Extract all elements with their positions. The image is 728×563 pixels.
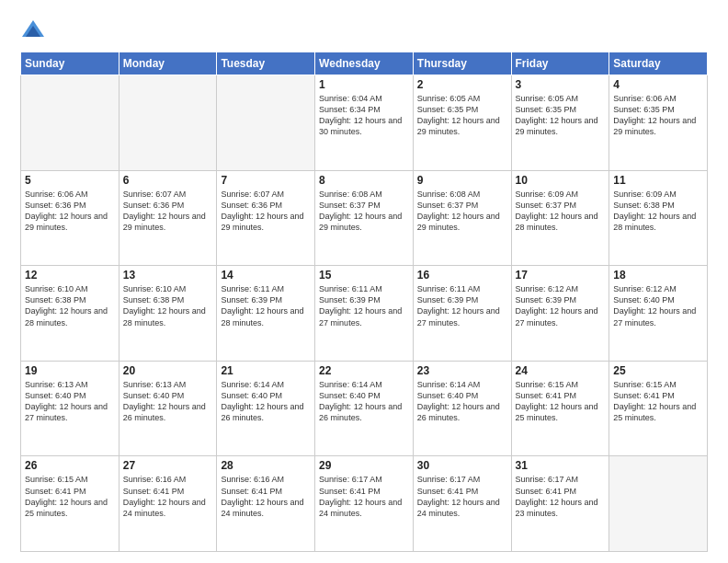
day-cell: 9Sunrise: 6:08 AMSunset: 6:37 PMDaylight… [413, 170, 511, 266]
day-info: Sunrise: 6:11 AMSunset: 6:39 PMDaylight:… [221, 283, 311, 328]
day-cell: 31Sunrise: 6:17 AMSunset: 6:41 PMDayligh… [511, 456, 609, 552]
day-cell: 16Sunrise: 6:11 AMSunset: 6:39 PMDayligh… [413, 266, 511, 362]
day-number: 25 [613, 364, 703, 377]
week-row-2: 12Sunrise: 6:10 AMSunset: 6:38 PMDayligh… [21, 266, 708, 362]
day-info: Sunrise: 6:16 AMSunset: 6:41 PMDaylight:… [123, 474, 213, 519]
day-cell: 23Sunrise: 6:14 AMSunset: 6:40 PMDayligh… [413, 361, 511, 456]
week-row-0: 1Sunrise: 6:04 AMSunset: 6:34 PMDaylight… [21, 75, 708, 171]
logo [20, 17, 50, 42]
day-number: 14 [221, 269, 311, 282]
day-info: Sunrise: 6:08 AMSunset: 6:37 PMDaylight:… [319, 189, 409, 234]
day-number: 23 [417, 364, 507, 377]
weekday-row: SundayMondayTuesdayWednesdayThursdayFrid… [21, 52, 708, 75]
day-info: Sunrise: 6:07 AMSunset: 6:36 PMDaylight:… [221, 189, 311, 234]
day-info: Sunrise: 6:04 AMSunset: 6:34 PMDaylight:… [319, 93, 409, 138]
day-number: 21 [221, 364, 311, 377]
day-cell: 12Sunrise: 6:10 AMSunset: 6:38 PMDayligh… [21, 266, 119, 362]
day-cell: 30Sunrise: 6:17 AMSunset: 6:41 PMDayligh… [413, 456, 511, 552]
day-cell: 2Sunrise: 6:05 AMSunset: 6:35 PMDaylight… [413, 75, 511, 171]
weekday-header-tuesday: Tuesday [217, 52, 315, 75]
day-number: 3 [516, 78, 606, 91]
day-number: 27 [123, 459, 213, 472]
weekday-header-monday: Monday [119, 52, 217, 75]
day-number: 6 [123, 174, 213, 187]
day-cell: 20Sunrise: 6:13 AMSunset: 6:40 PMDayligh… [119, 361, 217, 456]
day-number: 18 [613, 269, 703, 282]
day-number: 15 [319, 269, 409, 282]
day-number: 16 [417, 269, 507, 282]
calendar-header: SundayMondayTuesdayWednesdayThursdayFrid… [21, 52, 708, 75]
weekday-header-friday: Friday [511, 52, 609, 75]
day-cell [217, 75, 315, 171]
day-info: Sunrise: 6:10 AMSunset: 6:38 PMDaylight:… [123, 283, 213, 328]
day-cell: 1Sunrise: 6:04 AMSunset: 6:34 PMDaylight… [315, 75, 414, 171]
day-info: Sunrise: 6:16 AMSunset: 6:41 PMDaylight:… [221, 474, 311, 519]
page: SundayMondayTuesdayWednesdayThursdayFrid… [0, 0, 728, 563]
day-number: 7 [221, 174, 311, 187]
day-number: 1 [319, 78, 409, 91]
day-cell: 25Sunrise: 6:15 AMSunset: 6:41 PMDayligh… [609, 361, 708, 456]
day-number: 31 [516, 459, 606, 472]
day-number: 8 [319, 174, 409, 187]
day-info: Sunrise: 6:17 AMSunset: 6:41 PMDaylight:… [417, 474, 507, 519]
day-info: Sunrise: 6:10 AMSunset: 6:38 PMDaylight:… [25, 283, 115, 328]
day-info: Sunrise: 6:17 AMSunset: 6:41 PMDaylight:… [516, 474, 606, 519]
day-cell: 19Sunrise: 6:13 AMSunset: 6:40 PMDayligh… [21, 361, 119, 456]
day-info: Sunrise: 6:09 AMSunset: 6:38 PMDaylight:… [613, 189, 703, 234]
day-cell: 21Sunrise: 6:14 AMSunset: 6:40 PMDayligh… [217, 361, 315, 456]
logo-icon [20, 17, 46, 42]
day-number: 26 [25, 459, 115, 472]
day-cell: 10Sunrise: 6:09 AMSunset: 6:37 PMDayligh… [511, 170, 609, 266]
day-info: Sunrise: 6:11 AMSunset: 6:39 PMDaylight:… [417, 283, 507, 328]
weekday-header-thursday: Thursday [413, 52, 511, 75]
day-cell: 18Sunrise: 6:12 AMSunset: 6:40 PMDayligh… [609, 266, 708, 362]
day-info: Sunrise: 6:06 AMSunset: 6:36 PMDaylight:… [25, 189, 115, 234]
day-number: 29 [319, 459, 409, 472]
day-number: 9 [417, 174, 507, 187]
day-number: 28 [221, 459, 311, 472]
day-cell [609, 456, 708, 552]
day-info: Sunrise: 6:12 AMSunset: 6:40 PMDaylight:… [613, 283, 703, 328]
day-number: 17 [516, 269, 606, 282]
day-info: Sunrise: 6:15 AMSunset: 6:41 PMDaylight:… [613, 379, 703, 424]
day-number: 22 [319, 364, 409, 377]
day-cell: 8Sunrise: 6:08 AMSunset: 6:37 PMDaylight… [315, 170, 414, 266]
day-info: Sunrise: 6:17 AMSunset: 6:41 PMDaylight:… [319, 474, 409, 519]
week-row-3: 19Sunrise: 6:13 AMSunset: 6:40 PMDayligh… [21, 361, 708, 456]
day-cell: 3Sunrise: 6:05 AMSunset: 6:35 PMDaylight… [511, 75, 609, 171]
day-number: 13 [123, 269, 213, 282]
day-cell: 26Sunrise: 6:15 AMSunset: 6:41 PMDayligh… [21, 456, 119, 552]
day-info: Sunrise: 6:13 AMSunset: 6:40 PMDaylight:… [25, 379, 115, 424]
day-number: 19 [25, 364, 115, 377]
day-cell: 15Sunrise: 6:11 AMSunset: 6:39 PMDayligh… [315, 266, 414, 362]
header [20, 17, 708, 42]
day-info: Sunrise: 6:12 AMSunset: 6:39 PMDaylight:… [516, 283, 606, 328]
day-info: Sunrise: 6:14 AMSunset: 6:40 PMDaylight:… [319, 379, 409, 424]
day-info: Sunrise: 6:05 AMSunset: 6:35 PMDaylight:… [417, 93, 507, 138]
week-row-1: 5Sunrise: 6:06 AMSunset: 6:36 PMDaylight… [21, 170, 708, 266]
weekday-header-wednesday: Wednesday [315, 52, 414, 75]
day-cell [21, 75, 119, 171]
day-cell: 17Sunrise: 6:12 AMSunset: 6:39 PMDayligh… [511, 266, 609, 362]
day-info: Sunrise: 6:13 AMSunset: 6:40 PMDaylight:… [123, 379, 213, 424]
day-cell: 11Sunrise: 6:09 AMSunset: 6:38 PMDayligh… [609, 170, 708, 266]
day-number: 20 [123, 364, 213, 377]
day-info: Sunrise: 6:15 AMSunset: 6:41 PMDaylight:… [25, 474, 115, 519]
day-info: Sunrise: 6:07 AMSunset: 6:36 PMDaylight:… [123, 189, 213, 234]
day-cell [119, 75, 217, 171]
day-number: 2 [417, 78, 507, 91]
day-info: Sunrise: 6:06 AMSunset: 6:35 PMDaylight:… [613, 93, 703, 138]
day-number: 24 [516, 364, 606, 377]
day-info: Sunrise: 6:09 AMSunset: 6:37 PMDaylight:… [516, 189, 606, 234]
day-number: 5 [25, 174, 115, 187]
day-cell: 28Sunrise: 6:16 AMSunset: 6:41 PMDayligh… [217, 456, 315, 552]
day-number: 30 [417, 459, 507, 472]
day-number: 4 [613, 78, 703, 91]
day-number: 12 [25, 269, 115, 282]
week-row-4: 26Sunrise: 6:15 AMSunset: 6:41 PMDayligh… [21, 456, 708, 552]
day-cell: 6Sunrise: 6:07 AMSunset: 6:36 PMDaylight… [119, 170, 217, 266]
weekday-header-sunday: Sunday [21, 52, 119, 75]
calendar: SundayMondayTuesdayWednesdayThursdayFrid… [20, 52, 708, 552]
day-info: Sunrise: 6:14 AMSunset: 6:40 PMDaylight:… [417, 379, 507, 424]
day-cell: 27Sunrise: 6:16 AMSunset: 6:41 PMDayligh… [119, 456, 217, 552]
